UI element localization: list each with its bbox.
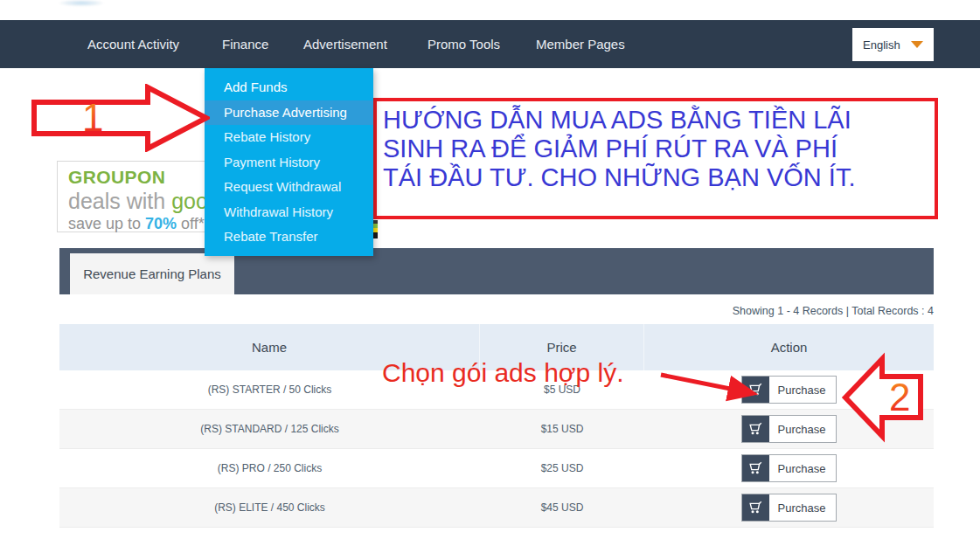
purchase-button-label: Purchase — [769, 455, 837, 481]
table-row: (RS) ELITE / 450 Clicks $45 USD Purchase — [59, 488, 934, 528]
annotation-choose-package: Chọn gói ads hợp lý. — [382, 358, 624, 388]
purchase-button[interactable]: Purchase — [741, 494, 838, 522]
instruction-line: HƯỚNG DẪN MUA ADS BẰNG TIỀN LÃI — [383, 106, 935, 135]
tab-strip: Revenue Earning Plans — [59, 248, 934, 294]
plan-name: (RS) PRO / 250 Clicks — [59, 449, 480, 487]
menu-item-rebate-transfer[interactable]: Rebate Transfer — [205, 225, 373, 250]
menu-item-request-withdrawal[interactable]: Request Withdrawal — [205, 175, 373, 200]
ad-percent: 70% — [145, 215, 177, 232]
ad-subline-text: save up to — [68, 215, 145, 232]
partial-logo — [59, 0, 103, 6]
ad-headline-highlight: goo — [171, 189, 208, 213]
nav-item-member-pages[interactable]: Member Pages — [536, 20, 625, 68]
plan-action-cell: Purchase — [644, 449, 934, 487]
purchase-button-label: Purchase — [769, 494, 837, 521]
language-select[interactable]: English — [852, 28, 934, 61]
menu-item-purchase-advertising[interactable]: Purchase Advertising — [205, 100, 373, 126]
instruction-line: TÁI ĐẦU TƯ. CHO NHỮNG BẠN VỐN ÍT. — [383, 163, 935, 192]
purchase-button-label: Purchase — [769, 416, 837, 442]
cart-icon — [742, 494, 769, 521]
plan-price: $15 USD — [480, 410, 644, 448]
plan-price: $45 USD — [480, 488, 644, 527]
plan-name: (RS) STANDARD / 125 Clicks — [59, 410, 480, 448]
hidden-image-fragment — [373, 220, 378, 238]
ad-headline-text: deals with — [68, 189, 171, 213]
chevron-down-icon — [911, 41, 923, 48]
plan-name: (RS) ELITE / 450 Clicks — [59, 488, 480, 527]
plans-table: Name Price Action (RS) STARTER / 50 Clic… — [59, 324, 934, 528]
plan-action-cell: Purchase — [644, 488, 934, 527]
menu-item-add-funds[interactable]: Add Funds — [205, 75, 373, 100]
step-2-number: 2 — [889, 376, 910, 418]
cart-icon — [742, 416, 769, 442]
step-2-arrow: 2 — [841, 348, 925, 447]
instruction-box: HƯỚNG DẪN MUA ADS BẰNG TIỀN LÃI SINH RA … — [373, 98, 938, 219]
table-row: (RS) STANDARD / 125 Clicks $15 USD Purch… — [59, 410, 934, 449]
plan-price: $25 USD — [480, 449, 644, 487]
tab-revenue-earning-plans[interactable]: Revenue Earning Plans — [70, 253, 234, 294]
finance-dropdown-menu: Add Funds Purchase Advertising Rebate Hi… — [205, 68, 373, 256]
nav-item-finance[interactable]: Finance — [222, 20, 268, 68]
nav-item-account-activity[interactable]: Account Activity — [87, 20, 179, 68]
step-1-number: 1 — [82, 96, 103, 139]
records-summary: Showing 1 - 4 Records | Total Records : … — [733, 305, 934, 317]
top-nav: Account Activity Finance Advertisement P… — [0, 20, 980, 68]
page: Account Activity Finance Advertisement P… — [0, 0, 980, 546]
nav-item-advertisement[interactable]: Advertisement — [303, 20, 387, 68]
cart-icon — [742, 455, 769, 481]
menu-item-withdrawal-history[interactable]: Withdrawal History — [205, 200, 373, 225]
nav-item-promo-tools[interactable]: Promo Tools — [427, 20, 500, 68]
purchase-button[interactable]: Purchase — [741, 415, 838, 443]
ad-subline-suffix: off* — [177, 215, 205, 232]
table-row: (RS) PRO / 250 Clicks $25 USD Purchase — [59, 449, 934, 488]
menu-item-rebate-history[interactable]: Rebate History — [205, 125, 373, 150]
language-select-value: English — [852, 38, 911, 52]
purchase-button[interactable]: Purchase — [741, 454, 838, 482]
instruction-line: SINH RA ĐỂ GIẢM PHÍ RÚT RA VÀ PHÍ — [383, 135, 935, 163]
annotation-arrow — [656, 363, 765, 403]
menu-item-payment-history[interactable]: Payment History — [205, 150, 373, 176]
step-1-arrow: 1 — [31, 84, 210, 152]
purchase-button-label: Purchase — [769, 377, 837, 403]
